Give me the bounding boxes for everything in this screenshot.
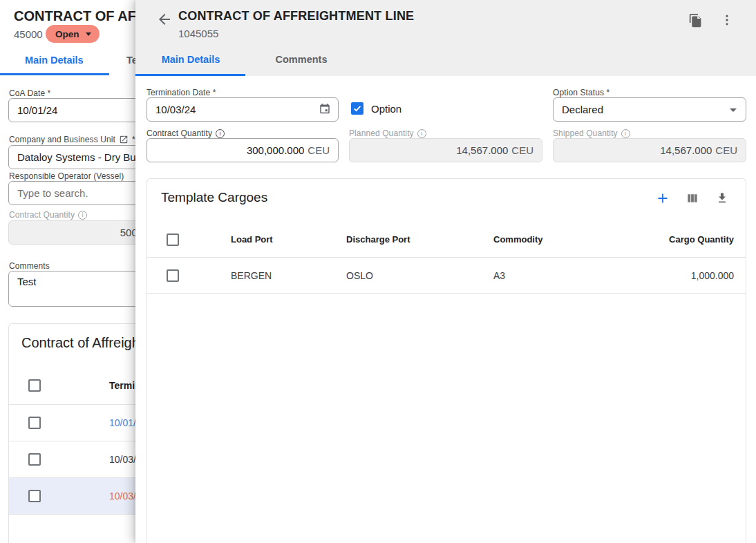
columns-icon	[686, 191, 699, 205]
row-checkbox[interactable]	[167, 269, 179, 282]
info-icon: i	[621, 129, 630, 138]
option-field: Option	[351, 102, 401, 115]
tab-indicator	[0, 73, 109, 75]
chevron-down-icon	[730, 108, 737, 112]
coa-date-label: CoA Date *	[9, 88, 50, 98]
shipped-quantity-input: 14,567.000 CEU	[553, 138, 746, 162]
commodity-cell[interactable]: A3	[482, 270, 655, 281]
planned-quantity-label: Planned Quantity i	[349, 128, 542, 138]
download-icon	[715, 191, 729, 205]
plus-icon	[655, 191, 670, 206]
comments-label: Comments	[9, 261, 50, 271]
info-icon: i	[417, 129, 426, 138]
tab-indicator	[135, 74, 245, 76]
company-label: Company and Business Unit *	[9, 135, 135, 144]
check-icon	[352, 104, 362, 113]
tab-main-details[interactable]: Main Details	[25, 55, 84, 66]
template-cargoes-card: Template Cargoes Load Port Discharge Por…	[147, 178, 746, 543]
status-chip[interactable]: Open	[46, 25, 100, 43]
copy-icon	[688, 13, 703, 28]
planned-quantity-input: 14,567.000 CEU	[349, 138, 542, 162]
row-checkbox[interactable]	[28, 453, 41, 466]
row-checkbox[interactable]	[28, 490, 41, 502]
external-link-icon	[119, 135, 129, 144]
tab-main-details[interactable]: Main Details	[135, 43, 246, 76]
lp-contract-quantity-label: Contract Quantity i	[9, 210, 87, 220]
kebab-menu-icon	[720, 13, 734, 27]
panel-header: CONTRACT OF AFFREIGHTMENT LINE 1045055 M…	[135, 0, 756, 76]
row-checkbox[interactable]	[28, 417, 41, 429]
status-chip-label: Open	[55, 29, 79, 39]
table-row[interactable]: BERGEN OSLO A3 1,000.000	[147, 258, 746, 294]
template-cargoes-title: Template Cargoes	[161, 190, 267, 205]
coa-line-panel: CONTRACT OF AFFREIGHTMENT LINE 1045055 M…	[135, 0, 756, 543]
discharge-port-header: Discharge Port	[335, 234, 482, 245]
panel-subtitle: 1045055	[178, 28, 218, 39]
termination-date-label: Termination Date *	[147, 88, 339, 97]
table-header-row: Load Port Discharge Port Commodity Cargo…	[147, 222, 746, 258]
select-all-checkbox[interactable]	[28, 379, 41, 392]
load-port-header: Load Port	[220, 234, 335, 245]
template-cargoes-actions	[654, 190, 730, 207]
responsible-operator-label: Responsible Operator (Vessel)	[9, 171, 124, 181]
info-icon: i	[78, 211, 87, 220]
header-actions	[687, 12, 735, 28]
contract-quantity-input[interactable]: 300,000.000 CEU	[147, 138, 339, 162]
chevron-down-icon	[86, 32, 91, 36]
tab-comments[interactable]: Comments	[246, 43, 357, 76]
load-port-cell[interactable]: BERGEN	[220, 270, 335, 281]
panel-tabs: Main Details Comments	[135, 43, 357, 76]
app-viewport: CONTRACT OF AFFREIGHTMENT 45000 Open Mai…	[0, 0, 756, 543]
cargo-quantity-header: Cargo Quantity	[655, 234, 746, 245]
back-button[interactable]	[156, 11, 173, 28]
commodity-header: Commodity	[482, 234, 655, 245]
termination-date-input[interactable]: 10/03/24	[147, 97, 339, 122]
discharge-port-cell[interactable]: OSLO	[335, 270, 482, 281]
coa-number: 45000	[14, 28, 43, 40]
add-cargo-button[interactable]	[654, 190, 671, 207]
panel-title: CONTRACT OF AFFREIGHTMENT LINE	[178, 9, 414, 23]
cargo-quantity-cell[interactable]: 1,000.000	[655, 270, 746, 281]
columns-button[interactable]	[684, 190, 701, 207]
template-cargoes-table: Load Port Discharge Port Commodity Cargo…	[147, 222, 746, 294]
select-all-checkbox[interactable]	[167, 234, 179, 246]
option-label: Option	[371, 103, 401, 115]
export-button[interactable]	[714, 190, 730, 207]
info-icon: i	[216, 129, 225, 138]
option-checkbox[interactable]	[351, 102, 363, 115]
option-status-select[interactable]: Declared	[553, 97, 746, 122]
option-status-label: Option Status *	[553, 88, 746, 97]
contract-quantity-label: Contract Quantity i	[147, 128, 339, 138]
copy-button[interactable]	[687, 12, 703, 28]
arrow-back-icon	[156, 11, 173, 28]
more-menu-button[interactable]	[719, 12, 735, 28]
shipped-quantity-label: Shipped Quantity i	[553, 128, 746, 138]
calendar-icon[interactable]	[319, 102, 331, 117]
